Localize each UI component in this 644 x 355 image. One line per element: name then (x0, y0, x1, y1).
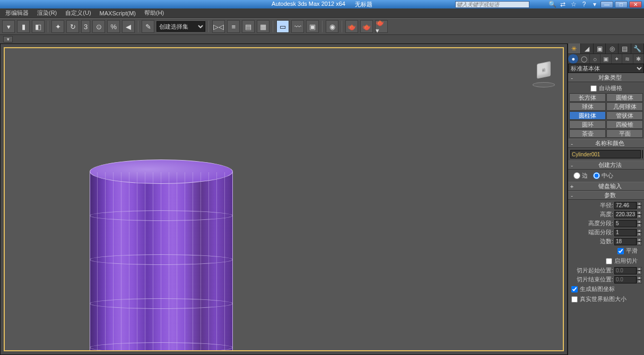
rollout-creation-method-header[interactable]: - 创建方法 (568, 161, 644, 170)
obj-pyramid-button[interactable]: 四棱锥 (606, 120, 643, 129)
favorite-icon[interactable]: ☆ (570, 1, 577, 8)
align-button[interactable]: ≡ (227, 20, 240, 33)
cylinder-object[interactable] (90, 159, 233, 351)
obj-torus-button[interactable]: 圆环 (569, 120, 606, 129)
named-selection-set-dropdown[interactable]: 创建选择集 (156, 21, 205, 32)
angle-snap-button[interactable]: ↻ (66, 20, 79, 33)
obj-box-button[interactable]: 长方体 (569, 93, 606, 102)
spinner-up-icon[interactable]: ▲ (637, 229, 642, 233)
subtab-lights[interactable]: ☼ (590, 54, 601, 64)
spinner-up-icon[interactable]: ▲ (637, 211, 642, 215)
geometry-category-dropdown[interactable]: 标准基本体 (568, 64, 644, 73)
spinner-snap-button[interactable]: ⊙ (92, 20, 105, 33)
menu-customize[interactable]: 自定义(U) (62, 9, 94, 17)
gen-uv-checkbox[interactable] (571, 286, 578, 292)
help-icon[interactable]: ? (580, 1, 588, 8)
perspective-viewport[interactable]: 前 (4, 47, 564, 351)
object-color-swatch[interactable] (642, 150, 643, 158)
communication-center-icon[interactable]: ⇄ (559, 1, 567, 8)
mirror-button[interactable]: ▷◁ (212, 20, 225, 33)
subtab-spacewarps[interactable]: ≋ (622, 54, 633, 64)
radio-center[interactable]: 中心 (593, 172, 613, 180)
search-icon[interactable]: 🔍 (549, 1, 556, 8)
dropdown-icon[interactable]: ▾ (591, 1, 598, 8)
unlink-button[interactable]: ▮ (17, 20, 30, 33)
search-input[interactable] (455, 1, 529, 8)
spinner-up-icon[interactable]: ▲ (637, 202, 642, 206)
rollout-object-type-header[interactable]: - 对象类型 (568, 74, 644, 82)
viewcube-face[interactable]: 前 (537, 61, 551, 78)
tab-modify[interactable]: ◢ (581, 43, 594, 54)
rollout-keyboard-entry-header[interactable]: + 键盘输入 (568, 182, 644, 191)
viewcube[interactable]: 前 (532, 62, 555, 85)
autogrid-checkbox[interactable] (590, 85, 597, 92)
spinner-down-icon[interactable]: ▼ (637, 242, 642, 245)
hseg-input[interactable] (614, 220, 637, 227)
render-setup-button[interactable]: 🫖 (345, 20, 358, 33)
obj-teapot-button[interactable]: 茶壶 (569, 129, 606, 138)
snap-toggle-button[interactable]: ✦ (51, 20, 64, 33)
tab-display[interactable]: ▤ (619, 43, 631, 54)
real-world-checkbox[interactable] (571, 296, 578, 303)
spinner-up-icon[interactable]: ▲ (637, 238, 642, 242)
object-type-grid: 长方体 圆锥体 球体 几何球体 圆柱体 管状体 圆环 四棱锥 茶壶 平面 (569, 93, 643, 138)
subtab-cameras[interactable]: ▣ (601, 54, 611, 64)
spinner-snap2-button[interactable]: % (107, 20, 120, 33)
slice-on-checkbox[interactable] (606, 258, 612, 264)
subtab-systems[interactable]: ✱ (633, 54, 644, 64)
spinner-down-icon[interactable]: ▼ (637, 206, 642, 209)
graphite-ribbon-button[interactable]: ▭ (276, 20, 289, 33)
smooth-checkbox[interactable] (617, 248, 624, 254)
edit-named-selection-button[interactable]: ✎ (142, 20, 154, 33)
rollout-object-type: - 对象类型 自动栅格 长方体 圆锥体 球体 几何球体 圆柱体 管状体 圆环 四… (568, 73, 644, 139)
minus-icon: - (568, 75, 576, 81)
height-input[interactable] (614, 211, 637, 218)
schematic-view-button[interactable]: ▣ (306, 20, 319, 33)
object-name-input[interactable] (570, 150, 641, 158)
spinner-down-icon: ▼ (637, 271, 642, 274)
named-selection-prev-button[interactable]: ◀ (122, 20, 135, 33)
viewcube-compass[interactable] (533, 82, 555, 87)
layers-button[interactable]: ▤ (242, 20, 255, 33)
subtab-shapes[interactable]: ◯ (579, 54, 589, 64)
layer-manager-button[interactable]: ▦ (257, 20, 269, 33)
obj-sphere-button[interactable]: 球体 (569, 102, 606, 111)
capseg-input[interactable] (614, 229, 637, 236)
curve-editor-button[interactable]: 〰 (291, 20, 304, 33)
menu-graph-editor[interactable]: 形编辑器 (2, 9, 32, 17)
render-button[interactable]: 🫖▾ (375, 20, 388, 33)
spinner-up-icon[interactable]: ▲ (637, 220, 642, 224)
rendered-frame-button[interactable]: 🫖 (360, 20, 373, 33)
spinner-down-icon[interactable]: ▼ (637, 224, 642, 227)
menu-maxscript[interactable]: MAXScript(M) (97, 10, 139, 16)
rollout-name-color-header[interactable]: - 名称和颜色 (568, 139, 644, 148)
subtab-helpers[interactable]: ✦ (612, 54, 622, 64)
bind-spacewarp-button[interactable]: ◧ (32, 20, 45, 33)
radius-input[interactable] (614, 202, 637, 209)
rollout-parameters-header[interactable]: - 参数 (568, 191, 644, 200)
obj-plane-button[interactable]: 平面 (606, 129, 643, 138)
percent-snap-button[interactable]: 3 (81, 20, 90, 33)
obj-cylinder-button[interactable]: 圆柱体 (569, 111, 606, 120)
tab-motion[interactable]: ◎ (606, 43, 619, 54)
maximize-button[interactable]: □ (615, 1, 628, 8)
spinner-down-icon[interactable]: ▼ (637, 215, 642, 218)
tab-create[interactable]: ✳ (568, 43, 581, 54)
search-box[interactable] (455, 1, 529, 8)
minimize-button[interactable]: — (601, 1, 613, 8)
subtab-geometry[interactable]: ● (568, 54, 579, 64)
quick-item[interactable]: ▾ (3, 36, 13, 42)
sides-input[interactable] (614, 238, 637, 245)
spinner-down-icon[interactable]: ▼ (637, 233, 642, 236)
radio-edge[interactable]: 边 (573, 172, 588, 180)
select-link-button[interactable]: ▾ (2, 20, 15, 33)
tab-utilities[interactable]: 🔧 (631, 43, 644, 54)
material-editor-button[interactable]: ◉ (326, 20, 338, 33)
close-button[interactable]: ✕ (629, 1, 642, 8)
obj-geosphere-button[interactable]: 几何球体 (606, 102, 643, 111)
menu-render[interactable]: 渲染(R) (34, 9, 60, 17)
menu-help[interactable]: 帮助(H) (141, 9, 167, 17)
obj-cone-button[interactable]: 圆锥体 (606, 93, 643, 102)
obj-tube-button[interactable]: 管状体 (606, 111, 643, 120)
tab-hierarchy[interactable]: ▣ (594, 43, 606, 54)
